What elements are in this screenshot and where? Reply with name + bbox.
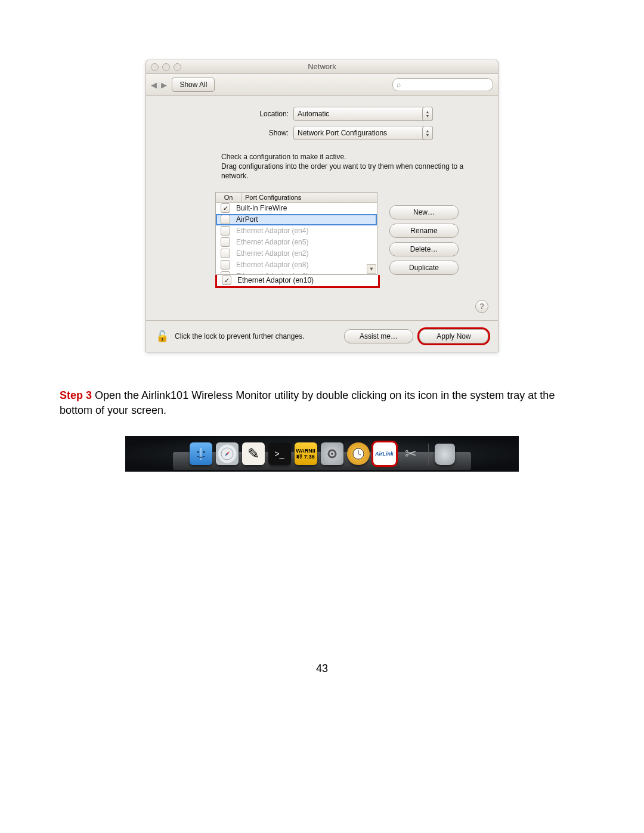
show-value: Network Port Configurations: [298, 129, 387, 137]
port-checkbox[interactable]: [221, 226, 230, 236]
utilities-icon[interactable]: ✂: [400, 442, 422, 465]
port-row[interactable]: AirPort: [216, 214, 377, 225]
port-checkbox[interactable]: [221, 237, 230, 247]
step-label: Step 3: [60, 389, 92, 401]
show-select[interactable]: Network Port Configurations ▲▼: [293, 126, 433, 140]
location-value: Automatic: [298, 110, 329, 118]
port-checkbox[interactable]: ✓: [221, 203, 230, 213]
column-portconfig: Port Configurations: [242, 193, 377, 202]
textedit-icon[interactable]: ✎: [242, 442, 265, 465]
search-icon: ⌕: [397, 80, 401, 89]
port-row[interactable]: Ethernet Adaptor (en4): [216, 225, 377, 237]
svg-point-1: [203, 451, 205, 453]
port-checkbox[interactable]: ✓: [222, 275, 231, 285]
port-name: AirPort: [236, 215, 258, 224]
port-name: Ethernet Adaptor (en9): [236, 272, 308, 274]
window-titlebar: Network: [146, 60, 498, 74]
new-button[interactable]: New…: [389, 205, 459, 219]
port-row[interactable]: ✓Built-in FireWire: [216, 203, 377, 214]
port-row[interactable]: Ethernet Adaptor (en9): [216, 271, 377, 274]
sysprefs-icon[interactable]: [321, 442, 343, 465]
port-row[interactable]: Ethernet Adaptor (en8): [216, 259, 377, 271]
port-name: Ethernet Adaptor (en4): [236, 227, 308, 235]
trash-icon[interactable]: [435, 444, 455, 465]
rename-button[interactable]: Rename: [389, 224, 459, 238]
svg-point-6: [331, 453, 333, 455]
assist-button[interactable]: Assist me…: [344, 329, 413, 343]
clock-icon[interactable]: [347, 442, 370, 465]
port-name: Built-in FireWire: [236, 204, 287, 212]
port-checkbox[interactable]: [221, 271, 230, 274]
step3-paragraph: Step 3 Open the Airlink101 Wireless Moni…: [60, 388, 584, 418]
location-select[interactable]: Automatic ▲▼: [293, 107, 433, 121]
dock-separator: [428, 444, 429, 465]
dock-screenshot: ✎ >_ WARNII ﾖﾘ 7:36 AirLink ✂: [125, 436, 519, 472]
lock-text: Click the lock to prevent further change…: [175, 332, 338, 340]
airlink-icon[interactable]: AirLink: [373, 442, 396, 465]
instruction-text: Check a configuration to make it active.…: [221, 152, 478, 181]
port-row-highlighted[interactable]: ✓ Ethernet Adaptor (en10): [215, 275, 380, 288]
port-checkbox[interactable]: [221, 249, 230, 258]
column-on: On: [216, 193, 242, 202]
window-toolbar: ◀ | ▶ Show All ⌕: [146, 74, 498, 96]
port-config-table: On Port Configurations ✓Built-in FireWir…: [215, 192, 380, 288]
terminal-icon[interactable]: >_: [268, 442, 291, 465]
apply-now-button[interactable]: Apply Now: [419, 329, 488, 343]
port-name: Ethernet Adaptor (en2): [236, 249, 308, 258]
lock-icon[interactable]: 🔓: [156, 330, 169, 343]
stickies-icon[interactable]: WARNII ﾖﾘ 7:36: [295, 442, 317, 465]
help-icon[interactable]: ?: [475, 300, 488, 313]
port-name: Ethernet Adaptor (en5): [236, 238, 308, 246]
page-number: 43: [60, 662, 584, 675]
port-name: Ethernet Adaptor (en8): [236, 261, 308, 269]
duplicate-button[interactable]: Duplicate: [389, 261, 459, 275]
port-checkbox[interactable]: [221, 260, 230, 270]
window-title: Network: [146, 60, 498, 73]
port-list[interactable]: ✓Built-in FireWireAirPortEthernet Adapto…: [216, 203, 377, 274]
svg-point-0: [197, 451, 199, 453]
port-row[interactable]: Ethernet Adaptor (en5): [216, 237, 377, 248]
show-label: Show:: [211, 129, 289, 137]
location-label: Location:: [211, 110, 289, 118]
network-prefs-window: Network ◀ | ▶ Show All ⌕ Location: Autom…: [145, 60, 499, 352]
step-text: Open the Airlink101 Wireless Monitor uti…: [60, 389, 555, 416]
search-input[interactable]: ⌕: [392, 78, 493, 91]
chevron-updown-icon: ▲▼: [422, 126, 433, 140]
port-checkbox[interactable]: [221, 215, 230, 224]
port-name: Ethernet Adaptor (en10): [237, 276, 314, 284]
port-row[interactable]: Ethernet Adaptor (en2): [216, 248, 377, 259]
nav-arrows[interactable]: ◀ | ▶: [151, 80, 167, 89]
delete-button[interactable]: Delete…: [389, 242, 459, 256]
finder-icon[interactable]: [190, 442, 212, 465]
chevron-updown-icon: ▲▼: [422, 107, 433, 121]
scroll-down-icon[interactable]: ▼: [367, 264, 376, 274]
safari-icon[interactable]: [216, 442, 239, 465]
show-all-button[interactable]: Show All: [172, 78, 215, 92]
